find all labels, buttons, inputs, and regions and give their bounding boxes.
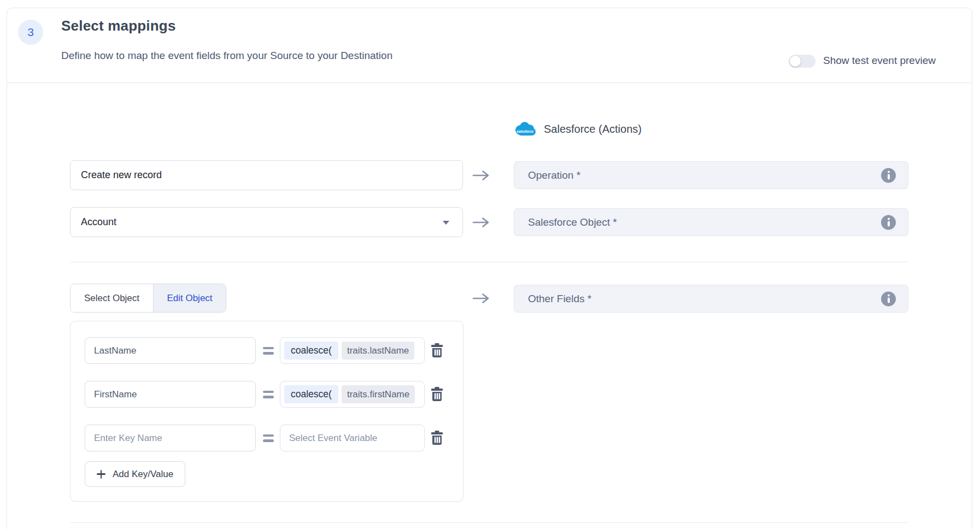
destination-name: Salesforce (Actions) bbox=[544, 123, 642, 136]
delete-row-button[interactable] bbox=[431, 431, 443, 445]
tab-edit-object[interactable]: Edit Object bbox=[153, 284, 226, 312]
delete-row-button[interactable] bbox=[431, 343, 443, 358]
operation-source-input[interactable] bbox=[70, 160, 463, 190]
function-chip: coalesce( bbox=[284, 342, 338, 360]
kv-value-editor[interactable]: coalesce( traits.firstName bbox=[280, 381, 425, 408]
kv-row-empty: Select Event Variable bbox=[85, 425, 443, 451]
equals-icon bbox=[263, 391, 274, 398]
tab-select-object[interactable]: Select Object bbox=[71, 284, 153, 312]
bottom-divider bbox=[70, 522, 908, 523]
salesforce-object-select[interactable]: Account bbox=[70, 207, 463, 237]
variable-chip: traits.firstName bbox=[342, 385, 415, 403]
operation-destination-field: Operation * bbox=[514, 161, 908, 189]
kv-value-editor[interactable]: Select Event Variable bbox=[280, 425, 425, 451]
toggle-knob-icon bbox=[790, 56, 801, 67]
add-key-value-label: Add Key/Value bbox=[113, 469, 173, 480]
object-mode-tabs: Select Object Edit Object bbox=[70, 284, 226, 313]
page-subtitle: Define how to map the event fields from … bbox=[61, 50, 392, 62]
trash-icon bbox=[431, 387, 443, 402]
kv-row-firstname: coalesce( traits.firstName bbox=[85, 381, 443, 408]
delete-row-button[interactable] bbox=[431, 387, 443, 402]
function-chip: coalesce( bbox=[284, 385, 338, 403]
other-fields-destination-field: Other Fields * bbox=[514, 285, 908, 313]
mapping-arrow-icon bbox=[466, 207, 496, 237]
trash-icon bbox=[431, 343, 443, 358]
equals-icon bbox=[263, 434, 274, 442]
equals-icon bbox=[263, 347, 274, 355]
step-number-badge: 3 bbox=[18, 20, 43, 45]
kv-value-editor[interactable]: coalesce( traits.lastName bbox=[280, 337, 425, 364]
chevron-down-icon bbox=[443, 221, 449, 225]
kv-key-input[interactable] bbox=[85, 337, 256, 364]
kv-row-lastname: coalesce( traits.lastName bbox=[85, 337, 443, 364]
other-fields-field-label: Other Fields * bbox=[528, 293, 591, 305]
kv-key-input[interactable] bbox=[85, 381, 256, 408]
toggle-label: Show test event preview bbox=[823, 54, 936, 67]
info-icon[interactable] bbox=[881, 291, 896, 306]
step-number: 3 bbox=[27, 26, 34, 39]
kv-key-input[interactable] bbox=[85, 425, 256, 451]
section-divider bbox=[70, 262, 908, 262]
tab-edit-object-label: Edit Object bbox=[167, 293, 212, 304]
variable-chip: traits.lastName bbox=[342, 342, 414, 360]
key-value-editor: coalesce( traits.lastName bbox=[70, 321, 463, 502]
salesforce-logo-text: salesforce bbox=[517, 130, 534, 133]
add-key-value-button[interactable]: Add Key/Value bbox=[85, 461, 185, 487]
info-icon[interactable] bbox=[881, 168, 896, 183]
destination-header: salesforce Salesforce (Actions) bbox=[513, 118, 642, 140]
mapping-arrow-icon bbox=[466, 160, 496, 190]
salesforce-object-destination-field: Salesforce Object * bbox=[514, 208, 908, 236]
salesforce-object-value: Account bbox=[81, 216, 116, 228]
tab-select-object-label: Select Object bbox=[84, 293, 139, 304]
salesforce-object-field-label: Salesforce Object * bbox=[528, 216, 617, 228]
salesforce-logo-icon: salesforce bbox=[513, 121, 536, 137]
trash-icon bbox=[431, 431, 443, 445]
plus-icon bbox=[97, 470, 105, 479]
page-title: Select mappings bbox=[61, 17, 176, 34]
value-placeholder: Select Event Variable bbox=[289, 433, 377, 444]
operation-field-label: Operation * bbox=[528, 169, 580, 181]
mapping-arrow-icon bbox=[466, 284, 496, 313]
show-test-event-preview-toggle[interactable] bbox=[789, 55, 815, 68]
select-mappings-page: 3 Select mappings Define how to map the … bbox=[0, 0, 980, 529]
info-icon[interactable] bbox=[881, 215, 896, 230]
